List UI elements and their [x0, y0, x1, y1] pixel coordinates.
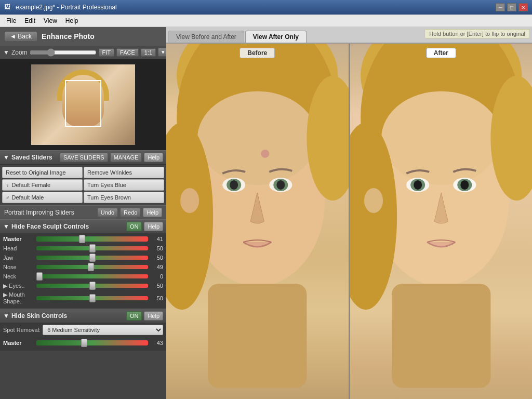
face-sculpt-on-button[interactable]: ON — [126, 222, 142, 231]
zoom-fit-button[interactable]: FIT — [99, 48, 115, 57]
face-sculpt-header: ▼ Hide Face Sculpt Controls ON Help — [0, 219, 166, 233]
head-slider-label: Head — [3, 245, 34, 251]
eyes-slider-label: ▶ Eyes.. — [3, 283, 34, 289]
mouth-slider-thumb[interactable] — [89, 294, 96, 302]
save-sliders-button[interactable]: SAVE SLIDERS — [60, 153, 108, 162]
svg-point-3 — [197, 91, 317, 185]
nose-slider-thumb[interactable] — [88, 263, 94, 271]
spot-removal-select[interactable]: 6 Medium Sensitivity — [43, 325, 163, 335]
skin-master-track — [36, 339, 148, 347]
eyes-slider-bg — [36, 284, 148, 288]
head-slider-bg — [36, 246, 148, 250]
nose-slider-value: 49 — [150, 264, 163, 270]
preset-turn-eyes-blue-button[interactable]: Turn Eyes Blue — [84, 179, 164, 191]
preset-default-male-button[interactable]: ♂ Default Male — [2, 192, 83, 203]
nose-slider-row: Nose 49 — [3, 263, 163, 271]
spot-removal-row: Spot Removal: 6 Medium Sensitivity — [0, 323, 166, 337]
zoom-1to1-button[interactable]: 1:1 — [141, 48, 156, 57]
zoom-face-button[interactable]: FACE — [116, 48, 139, 57]
skin-master-label: Master — [3, 340, 34, 346]
jaw-slider-bg — [36, 256, 148, 260]
saved-sliders-help-button[interactable]: Help — [144, 153, 163, 162]
skin-master-value: 43 — [150, 340, 163, 346]
eyes-slider-track — [36, 282, 148, 289]
improving-buttons: Undo Redo Help — [97, 208, 162, 217]
eyes-slider-thumb[interactable] — [89, 282, 96, 290]
turn-eyes-brown-label: Turn Eyes Brown — [87, 194, 131, 201]
window-title: example2.jpg* - Portrait Professional — [16, 4, 496, 11]
left-panel-scroll: ▼ Saved Sliders SAVE SLIDERS MANAGE Help… — [0, 59, 166, 399]
preset-turn-eyes-brown-button[interactable]: Turn Eyes Brown — [84, 192, 164, 203]
master-slider-track — [36, 235, 148, 243]
after-image — [350, 44, 533, 399]
maximize-button[interactable]: □ — [507, 3, 516, 11]
nose-slider-bg — [36, 265, 148, 269]
master-slider-bg — [36, 236, 148, 242]
turn-eyes-blue-label: Turn Eyes Blue — [87, 182, 126, 188]
undo-button[interactable]: Undo — [97, 208, 118, 217]
mouth-slider-bg — [36, 296, 148, 300]
after-label: After — [426, 48, 456, 58]
skin-master-thumb[interactable] — [81, 339, 87, 347]
menu-help[interactable]: Help — [61, 16, 83, 25]
thumbnail-selection-box — [65, 80, 101, 127]
face-sculpt-title: ▼ Hide Face Sculpt Controls — [3, 223, 89, 230]
manage-button[interactable]: MANAGE — [110, 153, 142, 162]
svg-rect-6 — [208, 284, 307, 388]
face-sculpt-help-button[interactable]: Help — [144, 222, 163, 231]
menu-view[interactable]: View — [39, 16, 61, 25]
zoom-label: Zoom — [11, 49, 28, 56]
tab-before-after[interactable]: View Before and After — [168, 31, 244, 43]
preset-default-female-button[interactable]: ♀ Default Female — [2, 179, 83, 191]
default-female-label: Default Female — [12, 182, 51, 188]
saved-sliders-buttons: SAVE SLIDERS MANAGE Help — [60, 153, 163, 162]
mouth-slider-row: ▶ Mouth Shape.. 50 — [3, 291, 163, 304]
spot-removal-label: Spot Removal: — [3, 327, 41, 333]
skin-section: ▼ Hide Skin Controls ON Help Spot Remova… — [0, 309, 166, 351]
saved-sliders-header: ▼ Saved Sliders SAVE SLIDERS MANAGE Help — [0, 150, 166, 165]
menu-edit[interactable]: Edit — [20, 16, 39, 25]
svg-point-18 — [381, 91, 501, 185]
svg-point-24 — [414, 180, 422, 190]
master-slider-thumb[interactable] — [79, 235, 85, 243]
svg-point-9 — [230, 180, 238, 190]
thumbnail-area — [0, 59, 166, 150]
redo-button[interactable]: Redo — [120, 208, 141, 217]
mouth-slider-track — [36, 295, 148, 302]
nose-slider-label: Nose — [3, 264, 34, 270]
zoom-menu-button[interactable]: ▾ — [158, 48, 166, 57]
mouth-slider-value: 50 — [150, 295, 163, 301]
skin-on-button[interactable]: ON — [126, 311, 142, 321]
preset-grid: Reset to Original Image Remove Wrinkles … — [0, 165, 166, 205]
svg-point-27 — [460, 180, 469, 190]
panel-header: ◄ Back Enhance Photo — [0, 27, 166, 46]
menu-file[interactable]: File — [2, 16, 20, 25]
tab-after-only[interactable]: View After Only — [245, 31, 307, 43]
neck-slider-thumb[interactable] — [36, 272, 43, 281]
nose-slider-track — [36, 263, 148, 271]
preset-remove-wrinkles-button[interactable]: Remove Wrinkles — [84, 167, 164, 178]
svg-rect-21 — [392, 284, 490, 388]
skin-help-button[interactable]: Help — [144, 311, 163, 321]
eyes-expand-btn[interactable]: ▶ — [3, 283, 9, 289]
preset-reset-button[interactable]: Reset to Original Image — [2, 167, 83, 178]
minimize-button[interactable]: ─ — [496, 3, 505, 11]
default-male-label: Default Male — [12, 194, 44, 201]
jaw-slider-thumb[interactable] — [89, 254, 96, 262]
svg-point-28 — [364, 188, 383, 213]
back-button[interactable]: ◄ Back — [4, 31, 37, 42]
mouth-expand-btn[interactable]: ▶ — [3, 291, 9, 298]
neck-slider-bg — [36, 274, 148, 278]
skin-controls-title: ▼ Hide Skin Controls — [3, 312, 67, 320]
reset-label: Reset to Original Image — [6, 169, 66, 176]
jaw-slider-label: Jaw — [3, 255, 34, 261]
face-sculpt-triangle: ▼ — [3, 223, 9, 230]
close-button[interactable]: ✕ — [518, 3, 528, 11]
zoom-slider[interactable] — [30, 49, 97, 56]
left-panel: ◄ Back Enhance Photo ▼ Zoom FIT FACE 1:1… — [0, 27, 166, 399]
main-container: ◄ Back Enhance Photo ▼ Zoom FIT FACE 1:1… — [0, 27, 532, 399]
portrait-help-button[interactable]: Help — [143, 208, 162, 217]
after-pane: After — [350, 44, 533, 399]
head-slider-thumb[interactable] — [89, 244, 96, 252]
view-hint: Hold button or [Enter] to flip to origin… — [424, 29, 530, 38]
